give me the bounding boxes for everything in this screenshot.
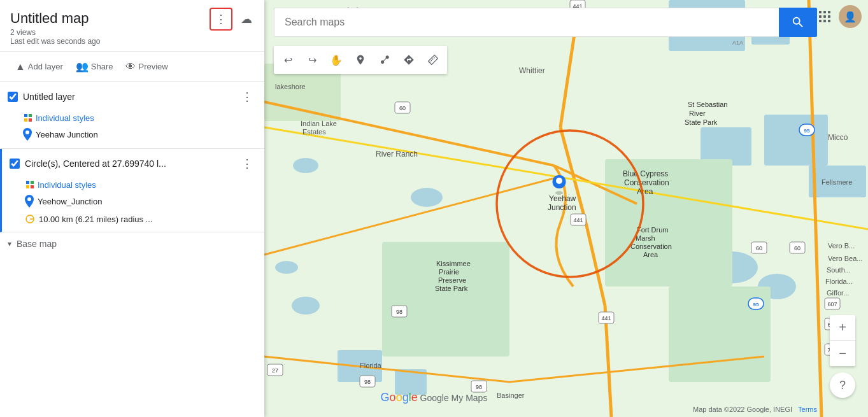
polyline-icon — [379, 54, 390, 66]
svg-rect-107 — [24, 114, 27, 117]
header-actions: ⋮ ☁ — [210, 8, 257, 31]
svg-text:Preserve: Preserve — [438, 276, 466, 284]
add-marker-icon — [355, 54, 366, 66]
svg-text:Whittier: Whittier — [519, 66, 545, 75]
svg-text:Vero B...: Vero B... — [828, 242, 855, 250]
layer-2-more-button[interactable]: ⋮ — [238, 155, 257, 172]
svg-point-116 — [27, 197, 31, 201]
toolbar-row: ▲ Add layer 👥 Share 👁 Preview — [0, 52, 264, 82]
svg-text:South...: South... — [827, 266, 851, 274]
svg-rect-123 — [823, 15, 826, 18]
share-button[interactable]: 👥 Share — [71, 57, 118, 76]
svg-text:Area: Area — [637, 187, 653, 196]
svg-text:A1A: A1A — [732, 39, 743, 46]
marker-button[interactable] — [349, 48, 372, 71]
layer-1-location-item[interactable]: Yeehaw Junction — [23, 127, 257, 142]
svg-point-9 — [293, 158, 318, 173]
svg-point-8 — [411, 188, 443, 207]
layer-1-items: Individual styles Yeehaw Junction — [0, 111, 264, 148]
svg-text:Prairie: Prairie — [439, 268, 459, 276]
top-right-actions: 👤 — [815, 5, 862, 28]
svg-rect-119 — [819, 11, 822, 13]
directions-button[interactable] — [397, 48, 420, 71]
svg-rect-112 — [26, 181, 29, 184]
svg-text:State Park: State Park — [435, 285, 468, 292]
svg-rect-122 — [819, 15, 822, 18]
svg-rect-114 — [26, 185, 29, 188]
layer-2-checkbox[interactable] — [10, 159, 20, 169]
svg-text:98: 98 — [476, 384, 482, 390]
layer-2-styles-link[interactable]: Individual styles — [25, 180, 257, 190]
svg-point-10 — [275, 261, 298, 274]
svg-text:River: River — [689, 110, 706, 117]
svg-text:Junction: Junction — [548, 203, 576, 212]
pan-button[interactable]: ✋ — [325, 48, 348, 71]
layer-2-radius-item[interactable]: 10.00 km (6.21 miles) radius ... — [25, 213, 257, 225]
redo-icon: ↪ — [308, 54, 317, 66]
svg-rect-4 — [764, 115, 828, 166]
svg-text:River Ranch: River Ranch — [376, 150, 418, 159]
ruler-icon — [427, 54, 439, 66]
svg-text:Florida: Florida — [360, 362, 382, 369]
attribution-text: Map data ©2022 Google, INEGI — [693, 406, 792, 413]
measure-button[interactable] — [422, 48, 445, 71]
layer-1-styles-label: Individual styles — [36, 113, 94, 123]
svg-rect-120 — [823, 11, 826, 13]
svg-text:441: 441 — [601, 315, 611, 322]
svg-text:Blue Cypress: Blue Cypress — [623, 169, 668, 178]
svg-text:State Park: State Park — [685, 118, 718, 126]
layer-2-location-label: Yeehow_Junction — [38, 197, 102, 206]
cloud-save-button[interactable]: ☁ — [236, 9, 257, 29]
svg-text:Conservation: Conservation — [624, 178, 669, 187]
svg-rect-115 — [31, 185, 34, 188]
zoom-in-button[interactable]: + — [830, 315, 855, 341]
svg-rect-126 — [823, 20, 826, 22]
svg-text:lakeshore: lakeshore — [275, 83, 306, 90]
polyline-button[interactable] — [373, 48, 396, 71]
more-vert-icon: ⋮ — [215, 12, 227, 26]
undo-button[interactable]: ↩ — [276, 48, 299, 71]
layer-1-styles-link[interactable]: Individual styles — [23, 113, 257, 123]
share-label: Share — [91, 62, 113, 71]
layer-2-location-item[interactable]: Yeehow_Junction — [25, 194, 257, 209]
svg-text:27: 27 — [272, 367, 278, 374]
svg-text:Yeehaw: Yeehaw — [549, 194, 576, 203]
help-button[interactable]: ? — [830, 372, 855, 398]
svg-text:95: 95 — [753, 302, 759, 307]
google-apps-button[interactable] — [815, 6, 835, 27]
svg-text:98: 98 — [364, 379, 371, 385]
my-maps-label: Google My Maps — [420, 393, 488, 403]
attribution: Map data ©2022 Google, INEGI Terms — [693, 406, 817, 413]
svg-point-11 — [292, 297, 320, 315]
search-container — [274, 8, 817, 37]
layer-1-more-button[interactable]: ⋮ — [238, 88, 257, 105]
sidebar-header: Untitled map 2 views Last edit was secon… — [0, 0, 264, 52]
svg-text:Conservation: Conservation — [630, 243, 672, 250]
preview-label: Preview — [138, 62, 167, 71]
svg-text:Area: Area — [643, 251, 658, 258]
sidebar: Untitled map 2 views Last edit was secon… — [0, 0, 264, 417]
svg-point-111 — [25, 131, 29, 134]
terms-link[interactable]: Terms — [798, 406, 817, 413]
layer-1-header: Untitled layer ⋮ — [0, 82, 264, 111]
layer-1-checkbox[interactable] — [8, 92, 18, 102]
share-icon: 👥 — [76, 60, 89, 73]
layer-2-items: Individual styles Yeehow_Junction 10.00 … — [2, 178, 264, 232]
redo-button[interactable]: ↪ — [301, 48, 324, 71]
svg-point-77 — [555, 191, 563, 195]
layer-2-title: Circle(s), Centered at 27.699740 l... — [25, 159, 232, 169]
zoom-out-button[interactable]: − — [830, 341, 855, 366]
cloud-icon: ☁ — [241, 12, 252, 26]
user-avatar[interactable]: 👤 — [839, 5, 862, 28]
map-tools: ↩ ↪ ✋ — [274, 46, 447, 74]
search-input[interactable] — [274, 8, 779, 37]
layer-section-2: Circle(s), Centered at 27.699740 l... ⋮ … — [0, 149, 264, 232]
base-map-label: Base map — [17, 239, 57, 249]
hand-icon: ✋ — [330, 54, 343, 66]
search-button[interactable] — [779, 8, 817, 37]
more-options-button[interactable]: ⋮ — [210, 8, 232, 31]
svg-text:Vero Bea...: Vero Bea... — [828, 255, 862, 262]
svg-rect-121 — [828, 11, 830, 13]
preview-button[interactable]: 👁 Preview — [120, 57, 173, 76]
add-layer-button[interactable]: ▲ Add layer — [10, 57, 68, 76]
